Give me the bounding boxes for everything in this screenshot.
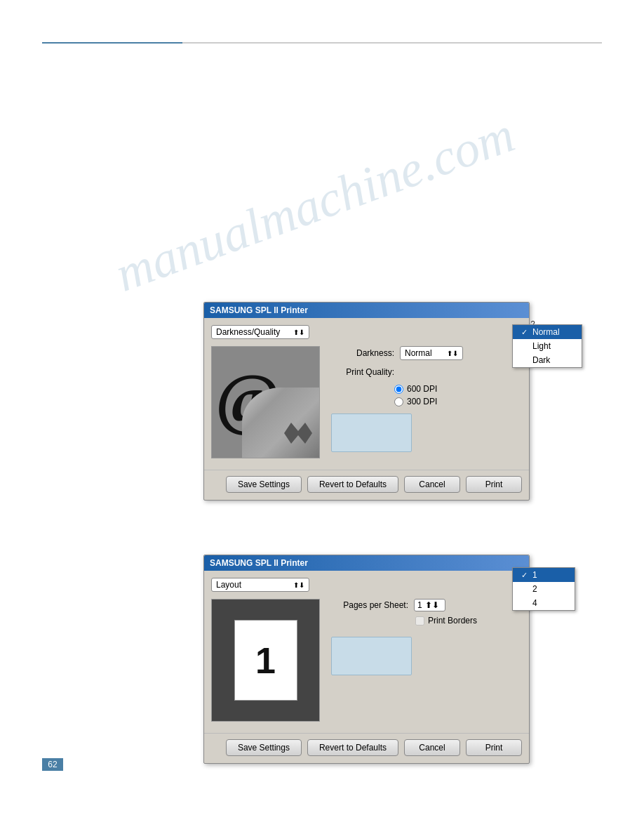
page-number-bottom-badge: 62 xyxy=(42,758,63,771)
darkness-value: Normal xyxy=(405,348,432,358)
darkness-option-normal[interactable]: ✓ Normal xyxy=(513,325,582,339)
dialog1-category-row: Darkness/Quality ⬆⬇ xyxy=(211,325,522,339)
darkness-option-normal-label: Normal xyxy=(532,327,560,337)
darkness-option-dark-label: Dark xyxy=(532,355,550,365)
layout-preview: 1 xyxy=(211,599,320,722)
pages-per-sheet-select[interactable]: 1 ⬆⬇ xyxy=(414,599,445,611)
pages-option-1-label: 1 xyxy=(532,570,537,580)
dialog2-category-select[interactable]: Layout ⬆⬇ xyxy=(211,578,309,592)
dialog1-settings: Darkness: Normal ⬆⬇ Print Quality: 600 D… xyxy=(331,346,522,452)
dialog2-title: SAMSUNG SPL II Printer xyxy=(210,558,308,568)
pages-per-sheet-dropdown-popup: ✓ 1 2 4 xyxy=(512,567,575,611)
pages-per-sheet-arrow: ⬆⬇ xyxy=(425,600,439,610)
pages-per-sheet-value: 1 xyxy=(417,600,422,610)
watermark: manualmachine.com xyxy=(108,105,522,303)
radio-300dpi[interactable] xyxy=(394,397,403,406)
dialog2-info-panel xyxy=(331,637,412,675)
dialog1-info-panel xyxy=(331,413,412,452)
dialog2-category-label: Layout xyxy=(216,580,241,590)
darkness-select-arrow: ⬆⬇ xyxy=(447,350,458,357)
dialog2-titlebar: SAMSUNG SPL II Printer xyxy=(204,555,529,571)
dialog1-category-select[interactable]: Darkness/Quality ⬆⬇ xyxy=(211,325,309,339)
flower-background xyxy=(242,388,319,458)
layout-page-icon: 1 xyxy=(234,620,297,701)
darkness-row: Darkness: Normal ⬆⬇ xyxy=(331,346,522,360)
dialog1-cancel-button[interactable]: Cancel xyxy=(404,476,460,493)
dialog1-footer: Save Settings Revert to Defaults Cancel … xyxy=(204,470,529,500)
darkness-option-light-label: Light xyxy=(532,341,551,351)
checkmark-normal: ✓ xyxy=(521,328,530,337)
dialog2-select-arrow: ⬆⬇ xyxy=(293,581,304,589)
radio-600dpi-label: 600 DPI xyxy=(407,384,437,394)
dialog2-body: 1 Pages per Sheet: 1 ⬆⬇ Print Borders xyxy=(211,599,522,722)
print-quality-row: Print Quality: xyxy=(331,367,522,377)
pages-per-sheet-label: Pages per Sheet: xyxy=(331,600,408,610)
pages-option-2-label: 2 xyxy=(532,584,537,594)
dialog1-select-arrow: ⬆⬇ xyxy=(293,329,304,336)
dialog2-settings: Pages per Sheet: 1 ⬆⬇ Print Borders xyxy=(331,599,522,675)
checkmark-1: ✓ xyxy=(521,571,530,580)
dialog2-category-row: Layout ⬆⬇ xyxy=(211,578,522,592)
darkness-option-light[interactable]: Light xyxy=(513,339,582,353)
dialog1-revert-button[interactable]: Revert to Defaults xyxy=(307,476,398,493)
dialog1-preview: @ xyxy=(211,346,320,458)
print-borders-row: Print Borders xyxy=(415,616,522,626)
dialog1-body: @ Darkness: Normal ⬆⬇ Print Quality: xyxy=(211,346,522,458)
dialog1-save-button[interactable]: Save Settings xyxy=(226,476,302,493)
print-quality-label: Print Quality: xyxy=(331,367,394,377)
radio-300dpi-label: 300 DPI xyxy=(407,397,437,406)
dialog-layout: SAMSUNG SPL II Printer Layout ⬆⬇ 1 Pages… xyxy=(203,555,530,764)
radio-300dpi-row: 300 DPI xyxy=(394,397,522,406)
layout-page-number: 1 xyxy=(255,640,276,682)
dialog-darkness-quality: SAMSUNG SPL II Printer Darkness/Quality … xyxy=(203,302,530,501)
top-decorative-line xyxy=(42,42,602,44)
dialog2-revert-button[interactable]: Revert to Defaults xyxy=(307,739,398,756)
print-quality-radios: 600 DPI 300 DPI xyxy=(394,384,522,406)
dialog2-print-button[interactable]: Print xyxy=(466,739,522,756)
darkness-select[interactable]: Normal ⬆⬇ xyxy=(400,346,463,360)
dialog2-cancel-button[interactable]: Cancel xyxy=(404,739,460,756)
darkness-option-dark[interactable]: Dark xyxy=(513,353,582,367)
dialog1-print-button[interactable]: Print xyxy=(466,476,522,493)
dialog1-titlebar: SAMSUNG SPL II Printer xyxy=(204,303,529,318)
pages-per-sheet-row: Pages per Sheet: 1 ⬆⬇ xyxy=(331,599,522,611)
dialog2-footer: Save Settings Revert to Defaults Cancel … xyxy=(204,733,529,763)
pages-option-2[interactable]: 2 xyxy=(513,582,575,596)
pages-option-4[interactable]: 4 xyxy=(513,596,575,610)
pages-option-4-label: 4 xyxy=(532,598,537,608)
print-borders-label: Print Borders xyxy=(428,616,477,626)
darkness-label: Darkness: xyxy=(331,348,394,358)
page-number-bottom-area: 62 xyxy=(42,758,63,771)
darkness-dropdown-popup: ✓ Normal Light Dark xyxy=(512,324,582,368)
radio-600dpi[interactable] xyxy=(394,385,403,394)
dialog1-category-label: Darkness/Quality xyxy=(216,327,280,337)
radio-600dpi-row: 600 DPI xyxy=(394,384,522,394)
print-borders-checkbox[interactable] xyxy=(415,616,424,626)
dialog2-save-button[interactable]: Save Settings xyxy=(226,739,302,756)
dialog1-title: SAMSUNG SPL II Printer xyxy=(210,305,308,315)
pages-option-1[interactable]: ✓ 1 xyxy=(513,568,575,582)
